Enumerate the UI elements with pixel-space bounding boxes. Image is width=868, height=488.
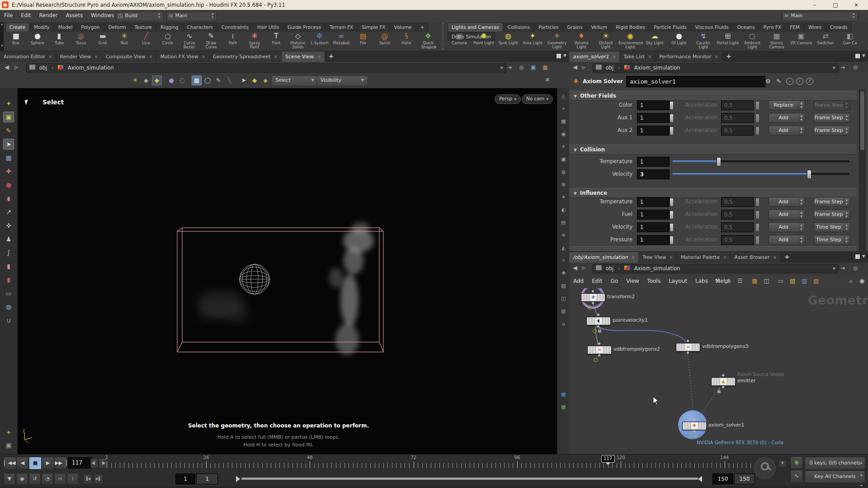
close-icon[interactable]: × — [773, 255, 777, 260]
param-value-field[interactable]: 1 — [637, 222, 670, 232]
shelf-tool-portal-light[interactable]: ⊞Portal Light — [716, 32, 740, 45]
node-vdbfrompolygons3[interactable]: ∞ — [676, 343, 700, 352]
shelf-tab-guide-process[interactable]: Guide Process — [283, 23, 325, 32]
spinner-icon[interactable]: ▲▼ — [843, 222, 850, 232]
snapshot-icon[interactable]: ▭ — [778, 277, 783, 284]
shelf-tool-line[interactable]: ╱Line — [136, 32, 156, 45]
visibility-dropdown[interactable]: Visibility▼ — [316, 75, 368, 86]
param-value-field[interactable]: 1 — [637, 235, 670, 245]
layout-tool-icon[interactable]: ✦ — [3, 98, 14, 109]
mode-button-add[interactable]: Add — [769, 222, 798, 232]
channel-graph-icon[interactable]: ∿ — [790, 470, 803, 483]
path-root[interactable]: obj — [39, 65, 47, 71]
pose-tool-icon[interactable]: ↗ — [3, 206, 14, 217]
shelf-tool-circle[interactable]: ○Circle — [157, 32, 178, 45]
secure-selection-icon[interactable]: ◆ — [152, 75, 162, 85]
close-icon[interactable]: × — [149, 54, 152, 59]
pane-square-icon[interactable] — [855, 254, 860, 259]
shelf-tool-null[interactable]: ✳Null — [114, 32, 135, 45]
shelf-tool-caustic-light[interactable]: ↯Caustic Light — [692, 32, 715, 50]
shelf-tool-spray-paint[interactable]: ✱Spray Paint — [244, 32, 265, 50]
cam-icon[interactable]: ▣ — [559, 155, 568, 164]
tab-asset-browser[interactable]: Asset Browser× — [731, 252, 781, 263]
capsule-pink-tool-icon[interactable]: ▮ — [3, 261, 14, 272]
shelf-tool-sphere[interactable]: ●Sphere — [27, 32, 48, 45]
path-root[interactable]: obj — [606, 265, 614, 272]
tab-obj-axiom-simulation[interactable]: /obj/Axiom_simulation× — [569, 252, 639, 263]
shelf-tab-grains[interactable]: Grains — [563, 23, 587, 32]
global-start-field[interactable]: 1 — [175, 474, 195, 484]
info-icon[interactable]: i — [796, 78, 803, 85]
tab-composite-view[interactable]: Composite View× — [102, 52, 157, 62]
shelf-tool-sky-light[interactable]: ☁Sky Light — [643, 32, 666, 45]
shelf-tab-oceans[interactable]: Oceans — [733, 23, 759, 32]
param-value-field[interactable]: 1 — [637, 197, 670, 207]
wave-icon[interactable]: ≋ — [559, 231, 568, 239]
back-arrow-icon[interactable]: ◀ — [573, 264, 577, 271]
shelf-tab-[interactable]: + — [416, 23, 429, 32]
step-button-frame-step[interactable]: Frame Step — [814, 210, 844, 220]
point-marker-icon[interactable]: ● — [166, 75, 176, 85]
target-icon[interactable]: ⌖ — [559, 104, 568, 113]
grid-icon[interactable]: ▦ — [559, 117, 568, 126]
shelf-tool-ambient-light[interactable]: ◌Ambient Light — [741, 32, 764, 50]
character-tool-icon[interactable]: ♟ — [3, 234, 14, 244]
netmenu-layout[interactable]: Layout — [665, 275, 691, 287]
close-icon[interactable]: × — [48, 54, 52, 59]
shelf-tab-collisions[interactable]: Collisions — [504, 23, 534, 32]
step-back-button[interactable]: ◀▏ — [90, 458, 99, 468]
new-tab-button[interactable]: + — [722, 51, 735, 61]
forward-arrow-icon[interactable]: ▶ — [582, 64, 586, 70]
color-grid-icon[interactable]: ▦ — [752, 277, 757, 284]
input-dot[interactable] — [598, 343, 600, 345]
spinner-icon[interactable]: ▲▼ — [798, 113, 805, 123]
mini-slider-handle[interactable] — [755, 101, 760, 110]
netmenu-view[interactable]: View — [622, 275, 643, 287]
menu-render[interactable]: Render — [35, 10, 62, 21]
param-value-field[interactable]: 3 — [637, 169, 670, 179]
shelf-tab-model[interactable]: Model — [54, 23, 77, 32]
set-key-button[interactable] — [754, 457, 776, 479]
mini-slider-handle[interactable] — [670, 101, 674, 110]
output-dot[interactable] — [687, 352, 689, 354]
input-dot[interactable] — [693, 418, 695, 421]
shelf-tab-vellum[interactable]: Vellum — [587, 23, 611, 32]
tab-geometry-spreadsheet[interactable]: Geometry Spreadsheet× — [209, 52, 282, 62]
input-dot[interactable] — [687, 340, 689, 342]
keys-info-box[interactable]: 0 keys, 0/0 channels▲ — [805, 457, 865, 469]
shelf-tool-vr-camera[interactable]: ▣VR Camera — [789, 32, 813, 45]
shelf-tool-area-light[interactable]: ✦Area Light — [521, 32, 544, 45]
key-dropdown-icon[interactable]: ▼ — [778, 460, 787, 467]
home-icon[interactable]: ⌂ — [559, 319, 568, 328]
section-collision[interactable]: ▼Collision — [569, 145, 857, 155]
tab-animation-editor[interactable]: Animation Editor× — [0, 52, 57, 62]
shelf-tool-helix[interactable]: §Helix — [396, 32, 417, 45]
spinner-icon[interactable]: ▲▼ — [798, 100, 805, 110]
forward-arrow-icon[interactable]: ▶ — [14, 64, 19, 70]
plus-icon[interactable]: ✚ — [559, 269, 568, 277]
output-dot[interactable] — [722, 386, 724, 388]
shelf-tool-point-light[interactable]: ✺Point Light — [472, 32, 495, 45]
mini-slider-handle[interactable] — [670, 127, 674, 135]
facet-select-icon[interactable]: ◈ — [260, 75, 270, 85]
gear-icon[interactable]: ⚙ — [765, 78, 771, 84]
shelf-more-icon[interactable]: ▼ — [434, 46, 436, 49]
shelf-tool-torus[interactable]: ◎Torus — [71, 32, 91, 45]
tick-marks-icon[interactable]: ∺ — [54, 473, 66, 485]
mini-slider-handle[interactable] — [755, 223, 760, 232]
persp-view-button[interactable]: Persp▼ — [495, 94, 521, 104]
param-value-field[interactable]: 1 — [637, 100, 670, 110]
shelf-tab-pyro-fx[interactable]: Pyro FX — [760, 23, 786, 32]
pane-icon[interactable]: ◫ — [559, 294, 568, 303]
slider-handle[interactable] — [807, 170, 811, 179]
uv-overlap-icon[interactable]: ◆ — [250, 75, 259, 85]
output-dot[interactable] — [693, 430, 695, 432]
shelf-tool-spot-light[interactable]: ◍Spot Light — [496, 32, 520, 45]
display-set-icon[interactable]: ▦ — [559, 390, 568, 399]
combo-spinner[interactable]: ▲▼ — [851, 12, 856, 19]
combo-spinner[interactable]: ▲▼ — [210, 12, 215, 19]
shelf-tool-grid[interactable]: ▬Grid — [92, 32, 113, 45]
playhead-badge[interactable]: 117 — [601, 455, 615, 463]
spinner-icon[interactable]: ▲▼ — [798, 197, 805, 207]
shelf-tool-l-system[interactable]: ✼L-System — [309, 32, 330, 45]
